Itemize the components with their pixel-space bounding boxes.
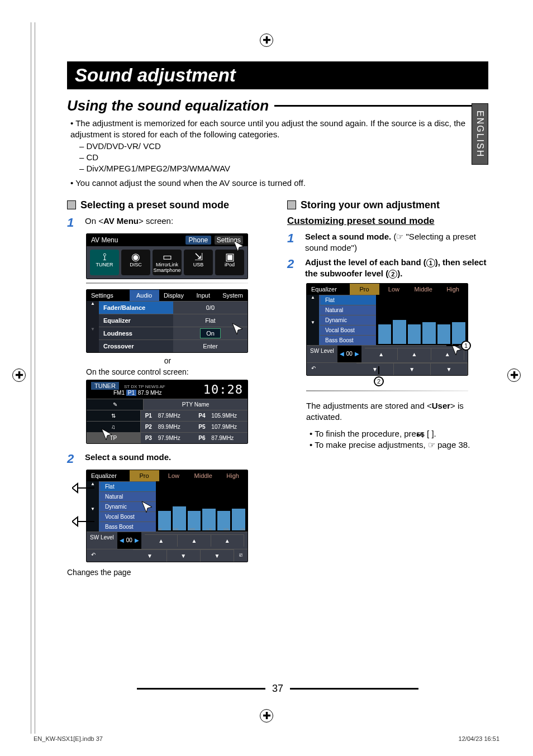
eq-tab-middle[interactable]: Middle xyxy=(408,284,438,295)
right-subheading: Customizing preset sound mode xyxy=(287,216,488,227)
cursor-icon xyxy=(140,500,154,514)
source-tuner[interactable]: ⟟TUNER xyxy=(90,250,119,275)
eq-bass[interactable]: Bass Boost xyxy=(99,521,156,532)
preset[interactable]: P1 87.9MHz xyxy=(141,410,194,421)
chevron-up-icon[interactable]: ▲ xyxy=(307,295,319,320)
eq-bass[interactable]: Bass Boost xyxy=(319,335,376,345)
step-number: 2 xyxy=(287,257,298,280)
right-subhead-text: Storing your own adjustment xyxy=(301,199,440,211)
intro-bullet: The adjustment is memorized for each sou… xyxy=(70,118,488,141)
eq-flat[interactable]: Flat xyxy=(99,481,156,491)
eq-tab-low[interactable]: Low xyxy=(379,284,409,295)
sw-label: SW Level xyxy=(307,346,337,362)
preset[interactable]: P4 105.9MHz xyxy=(194,410,248,421)
page-change-callout xyxy=(72,482,94,527)
eq-tab-middle[interactable]: Middle xyxy=(188,470,218,481)
row-loudness[interactable]: Loudness xyxy=(99,327,173,339)
sw-right-button[interactable]: ▶ xyxy=(355,351,359,357)
step-number: 1 xyxy=(67,216,78,230)
side-button[interactable]: ✎ xyxy=(87,399,144,410)
eq-tab-high[interactable]: High xyxy=(218,470,248,481)
eq-vocal[interactable]: Vocal Boost xyxy=(319,325,376,335)
row-fader[interactable]: Fader/Balance xyxy=(99,302,173,314)
eq-tab-pro[interactable]: Pro xyxy=(130,470,159,481)
row-crossover[interactable]: Crossover xyxy=(99,340,173,352)
registration-mark-right xyxy=(507,369,521,382)
settings-screenshot: Settings Audio Display Input System ▲▼ F… xyxy=(86,289,248,353)
band-down[interactable]: ▼ xyxy=(201,549,234,562)
sw-left-button[interactable]: ◀ xyxy=(120,537,124,543)
source-usb[interactable]: ⇲USB xyxy=(184,250,213,275)
tower-icon: ⟟ xyxy=(90,252,119,262)
band-down[interactable]: ▼ xyxy=(167,549,201,562)
right-subhead: Storing your own adjustment xyxy=(287,199,488,211)
page-content: ENGLISH Sound adjustment Using the sound… xyxy=(67,61,488,695)
print-footer: EN_KW-NSX1[E].indb 37 12/04/23 16:51 xyxy=(34,735,499,742)
preset[interactable]: P6 87.9MHz xyxy=(194,433,248,443)
cursor-icon xyxy=(231,322,244,336)
step1-pre: On < xyxy=(85,216,103,226)
return-icon xyxy=(415,431,425,439)
sw-right-button[interactable]: ▶ xyxy=(135,537,139,543)
tab-input[interactable]: Input xyxy=(188,290,218,301)
chevron-down-icon[interactable]: ▼ xyxy=(307,320,319,345)
preset[interactable]: P5 107.9MHz xyxy=(194,422,248,432)
eq-tab-high[interactable]: High xyxy=(438,284,468,295)
eq-tab-pro[interactable]: Pro xyxy=(350,284,379,295)
band-up[interactable]: ▲ xyxy=(211,534,244,547)
cursor-icon xyxy=(100,428,113,441)
footer-file: EN_KW-NSX1[E].indb 37 xyxy=(34,735,103,742)
step1-bold: AV Menu xyxy=(103,216,139,226)
tab-display[interactable]: Display xyxy=(159,290,189,301)
eq-natural[interactable]: Natural xyxy=(319,305,376,315)
shadow-line xyxy=(86,283,248,284)
step2-text: Select a sound mode. xyxy=(85,452,171,462)
preset[interactable]: P2 89.9MHz xyxy=(141,422,194,432)
chevron-down-icon: ▼ xyxy=(87,327,99,352)
scroll-up-down[interactable]: ▲▼ xyxy=(87,301,99,352)
band-up[interactable]: ▲ xyxy=(178,534,211,547)
val-fader: 0/0 xyxy=(173,302,248,314)
avmenu-title: AV Menu xyxy=(91,236,118,244)
page-number-wrap: 37 xyxy=(67,683,488,695)
clock: 10:28 xyxy=(203,382,243,396)
tab-system[interactable]: System xyxy=(218,290,248,301)
band-up[interactable]: ▲ xyxy=(398,348,431,360)
back-icon[interactable]: ↶ xyxy=(307,363,320,375)
result-text: The adjustments are stored and <User> is… xyxy=(306,400,488,423)
side-button[interactable]: ♫ xyxy=(87,422,141,432)
subhead-box-icon xyxy=(287,200,296,209)
sliders-icon[interactable]: ⎚ xyxy=(234,549,248,562)
changes-page-text: Changes the page xyxy=(67,568,268,577)
circled-2: 2 xyxy=(388,270,397,279)
band-up[interactable]: ▲ xyxy=(365,348,398,360)
tab-audio[interactable]: Audio xyxy=(130,290,159,301)
source-mirrorlink[interactable]: ▭MirrorLink Smartphone xyxy=(153,250,182,275)
band-up[interactable]: ▲ xyxy=(145,534,178,547)
step-1-left: 1 On <AV Menu> screen: xyxy=(67,216,268,230)
row-equalizer[interactable]: Equalizer xyxy=(99,314,173,327)
callout-arrow-icon xyxy=(72,482,94,494)
side-button-tp[interactable]: TP xyxy=(87,433,141,443)
chevron-up-icon: ▲ xyxy=(87,301,99,327)
preset[interactable]: P3 97.9MHz xyxy=(141,433,194,443)
settings-title: Settings xyxy=(87,290,130,301)
source-disc[interactable]: ◉DISC xyxy=(121,250,150,275)
step-2-left: 2 Select a sound mode. xyxy=(67,452,268,466)
side-button[interactable]: ⇅ xyxy=(87,410,141,421)
disc-icon: ◉ xyxy=(121,252,150,262)
band-down[interactable]: ▼ xyxy=(431,363,468,375)
sw-left-button[interactable]: ◀ xyxy=(340,351,344,357)
band-down[interactable]: ▼ xyxy=(133,549,166,562)
back-icon[interactable]: ↶ xyxy=(87,549,100,562)
phone-icon: ▭ xyxy=(153,252,182,262)
band-down[interactable]: ▼ xyxy=(394,363,431,375)
eq-flat[interactable]: Flat xyxy=(319,295,376,305)
equalizer-screenshot-right: Equalizer Pro Low Middle High ▲ ▼ Flat N… xyxy=(306,283,468,376)
source-ipod[interactable]: ▣iPod xyxy=(215,250,244,275)
phone-button[interactable]: Phone xyxy=(185,236,212,245)
val-loudness[interactable]: On xyxy=(200,328,221,338)
intro-text: The adjustment is memorized for each sou… xyxy=(67,114,488,189)
eq-tab-low[interactable]: Low xyxy=(159,470,189,481)
eq-dynamic[interactable]: Dynamic xyxy=(319,315,376,325)
